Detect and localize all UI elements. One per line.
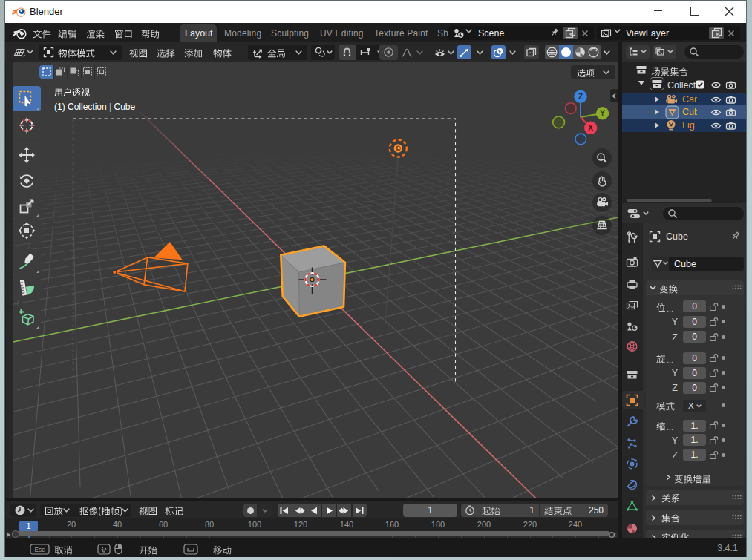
svg-text:Z: Z [578,93,583,101]
svg-text:Esc: Esc [34,546,45,553]
svg-text:X: X [588,124,593,132]
svg-text:Y: Y [600,109,605,117]
